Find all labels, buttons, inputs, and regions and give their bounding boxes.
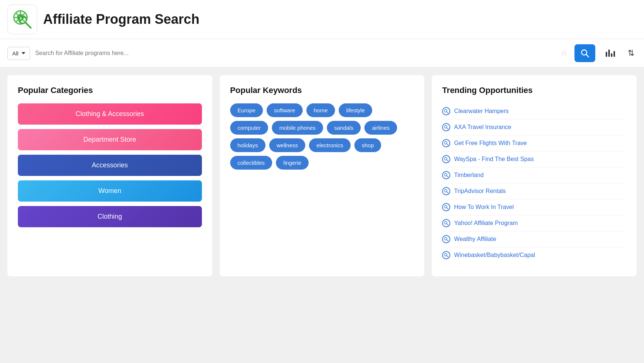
keyword-chip[interactable]: airlines bbox=[364, 121, 397, 135]
app-header: $ Affiliate Program Search bbox=[0, 0, 644, 39]
page-title: Affiliate Program Search bbox=[43, 12, 199, 27]
keyword-chip[interactable]: electronics bbox=[309, 138, 351, 152]
svg-line-15 bbox=[447, 128, 448, 129]
trending-item-label: Clearwater Hampers bbox=[454, 108, 509, 115]
category-button[interactable]: Clothing & Accessories bbox=[18, 103, 202, 125]
trending-item[interactable]: Wealthy Affiliate bbox=[442, 231, 626, 247]
category-button[interactable]: Accessories bbox=[18, 155, 202, 176]
trending-item[interactable]: Get Free Flights With Trave bbox=[442, 135, 626, 151]
svg-line-29 bbox=[447, 240, 448, 241]
category-button[interactable]: Women bbox=[18, 180, 202, 202]
trending-item-label: Get Free Flights With Trave bbox=[454, 140, 527, 147]
trending-panel: Trending Opportunities Clearwater Hamper… bbox=[432, 75, 637, 276]
categories-title: Popular Categories bbox=[18, 86, 202, 95]
search-circle-icon bbox=[442, 251, 450, 259]
trending-item-label: How To Work In Travel bbox=[454, 204, 513, 211]
search-circle-icon bbox=[442, 203, 450, 211]
search-circle-icon bbox=[442, 171, 450, 179]
sort-icon[interactable]: ⇅ bbox=[625, 48, 637, 58]
keyword-chip[interactable]: mobile phones bbox=[272, 121, 323, 135]
svg-line-9 bbox=[25, 22, 31, 28]
trending-item-label: Yahoo! Affiliate Program bbox=[454, 220, 518, 227]
filter-bar-4 bbox=[614, 51, 615, 57]
search-circle-icon bbox=[442, 139, 450, 147]
search-circle-icon bbox=[442, 187, 450, 195]
category-label: All bbox=[12, 50, 19, 57]
search-circle-icon bbox=[442, 235, 450, 243]
app-logo: $ bbox=[7, 4, 37, 34]
trending-item[interactable]: Timberland bbox=[442, 167, 626, 183]
svg-line-25 bbox=[447, 208, 448, 209]
search-circle-icon bbox=[442, 123, 450, 131]
search-circle-icon bbox=[442, 155, 450, 163]
keyword-chip[interactable]: sandals bbox=[327, 121, 361, 135]
star-icon[interactable]: ☆ bbox=[560, 48, 568, 58]
trending-item[interactable]: Yahoo! Affiliate Program bbox=[442, 215, 626, 231]
keywords-grid: Europesoftwarehomelifestylecomputermobil… bbox=[230, 103, 414, 170]
svg-line-27 bbox=[447, 224, 448, 225]
category-dropdown[interactable]: All bbox=[7, 47, 30, 60]
categories-list: Clothing & AccessoriesDepartment StoreAc… bbox=[18, 103, 202, 227]
trending-item-label: Wealthy Affiliate bbox=[454, 236, 496, 242]
keyword-chip[interactable]: Europe bbox=[230, 103, 263, 117]
keywords-panel: Popular Keywords Europesoftwarehomelifes… bbox=[220, 75, 425, 276]
svg-line-17 bbox=[447, 144, 448, 145]
filter-bar-2 bbox=[608, 49, 610, 57]
keyword-chip[interactable]: lifestyle bbox=[339, 103, 372, 117]
filter-bar-3 bbox=[611, 53, 612, 57]
chevron-down-icon bbox=[22, 52, 25, 54]
trending-item-label: AXA Travel Insurance bbox=[454, 124, 511, 131]
search-input-wrapper bbox=[34, 47, 557, 60]
svg-line-13 bbox=[447, 112, 448, 113]
svg-line-31 bbox=[447, 256, 448, 257]
keywords-title: Popular Keywords bbox=[230, 86, 414, 95]
trending-item-label: WaySpa - Find The Best Spas bbox=[454, 156, 534, 163]
trending-item-label: Timberland bbox=[454, 172, 483, 179]
search-icon bbox=[580, 49, 589, 58]
keyword-chip[interactable]: wellness bbox=[269, 138, 306, 152]
keyword-chip[interactable]: holidays bbox=[230, 138, 265, 152]
filter-icon[interactable] bbox=[603, 49, 618, 57]
keyword-chip[interactable]: collectibles bbox=[230, 156, 272, 170]
keyword-chip[interactable]: lingerie bbox=[276, 156, 309, 170]
trending-item-label: TripAdvisor Rentals bbox=[454, 188, 506, 195]
search-button[interactable] bbox=[574, 44, 595, 62]
keyword-chip[interactable]: computer bbox=[230, 121, 268, 135]
svg-line-11 bbox=[586, 55, 589, 57]
trending-item[interactable]: Clearwater Hampers bbox=[442, 103, 626, 119]
search-circle-icon bbox=[442, 219, 450, 227]
main-content: Popular Categories Clothing & Accessorie… bbox=[0, 68, 644, 284]
keyword-chip[interactable]: home bbox=[306, 103, 335, 117]
trending-item[interactable]: WaySpa - Find The Best Spas bbox=[442, 151, 626, 167]
trending-list: Clearwater HampersAXA Travel InsuranceGe… bbox=[442, 103, 626, 263]
trending-item[interactable]: AXA Travel Insurance bbox=[442, 119, 626, 135]
category-button[interactable]: Department Store bbox=[18, 129, 202, 150]
search-bar: All ☆ ⇅ bbox=[0, 39, 644, 68]
trending-item[interactable]: TripAdvisor Rentals bbox=[442, 183, 626, 199]
category-button[interactable]: Clothing bbox=[18, 206, 202, 227]
trending-item[interactable]: Winebasket/Babybasket/Capal bbox=[442, 247, 626, 263]
search-circle-icon bbox=[442, 107, 450, 115]
trending-item[interactable]: How To Work In Travel bbox=[442, 199, 626, 215]
trending-item-label: Winebasket/Babybasket/Capal bbox=[454, 252, 535, 258]
search-input[interactable] bbox=[34, 47, 557, 60]
filter-bar-1 bbox=[606, 52, 607, 57]
categories-panel: Popular Categories Clothing & Accessorie… bbox=[7, 75, 212, 276]
trending-title: Trending Opportunities bbox=[442, 86, 626, 95]
svg-line-19 bbox=[447, 160, 448, 161]
keyword-chip[interactable]: shop bbox=[354, 138, 381, 152]
svg-line-23 bbox=[447, 192, 448, 193]
svg-line-21 bbox=[447, 176, 448, 177]
keyword-chip[interactable]: software bbox=[267, 103, 303, 117]
